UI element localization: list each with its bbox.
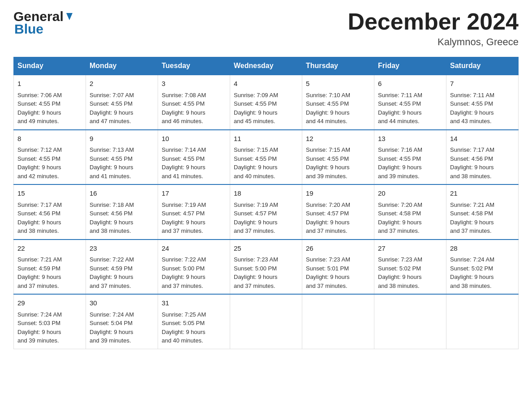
calendar-cell	[230, 294, 302, 349]
day-number: 14	[450, 134, 515, 144]
calendar-cell: 25Sunrise: 7:23 AMSunset: 5:00 PMDayligh…	[230, 240, 302, 295]
calendar-cell: 3Sunrise: 7:08 AMSunset: 4:55 PMDaylight…	[158, 75, 230, 130]
day-info: Sunrise: 7:24 AMSunset: 5:04 PMDaylight:…	[90, 310, 154, 345]
day-number: 4	[234, 79, 298, 89]
calendar-cell: 20Sunrise: 7:20 AMSunset: 4:58 PMDayligh…	[374, 184, 446, 240]
day-number: 16	[90, 188, 154, 199]
calendar-week-2: 8Sunrise: 7:12 AMSunset: 4:55 PMDaylight…	[14, 130, 519, 185]
calendar-cell: 29Sunrise: 7:24 AMSunset: 5:03 PMDayligh…	[14, 294, 86, 349]
day-number: 30	[90, 298, 154, 308]
day-number: 11	[234, 134, 298, 144]
day-info: Sunrise: 7:08 AMSunset: 4:55 PMDaylight:…	[162, 91, 226, 126]
day-number: 5	[306, 79, 370, 89]
weekday-header-monday: Monday	[86, 57, 158, 75]
weekday-header-saturday: Saturday	[446, 57, 519, 75]
day-info: Sunrise: 7:24 AMSunset: 5:03 PMDaylight:…	[17, 310, 82, 345]
day-number: 29	[17, 298, 82, 308]
day-info: Sunrise: 7:14 AMSunset: 4:55 PMDaylight:…	[162, 146, 226, 180]
calendar-week-1: 1Sunrise: 7:06 AMSunset: 4:55 PMDaylight…	[14, 75, 519, 130]
calendar-week-4: 22Sunrise: 7:21 AMSunset: 4:59 PMDayligh…	[14, 240, 519, 295]
calendar-cell: 10Sunrise: 7:14 AMSunset: 4:55 PMDayligh…	[158, 130, 230, 185]
day-info: Sunrise: 7:10 AMSunset: 4:55 PMDaylight:…	[306, 91, 370, 126]
day-number: 25	[234, 244, 298, 254]
day-number: 8	[17, 134, 82, 144]
day-number: 9	[90, 134, 154, 144]
day-info: Sunrise: 7:18 AMSunset: 4:56 PMDaylight:…	[90, 201, 154, 235]
day-number: 7	[450, 79, 515, 89]
day-number: 15	[17, 188, 82, 199]
calendar-cell: 12Sunrise: 7:15 AMSunset: 4:55 PMDayligh…	[302, 130, 374, 185]
calendar-cell: 5Sunrise: 7:10 AMSunset: 4:55 PMDaylight…	[302, 75, 374, 130]
day-info: Sunrise: 7:06 AMSunset: 4:55 PMDaylight:…	[17, 91, 82, 126]
calendar-week-3: 15Sunrise: 7:17 AMSunset: 4:56 PMDayligh…	[14, 184, 519, 240]
day-number: 26	[306, 244, 370, 254]
day-info: Sunrise: 7:21 AMSunset: 4:58 PMDaylight:…	[450, 201, 515, 235]
calendar-cell: 26Sunrise: 7:23 AMSunset: 5:01 PMDayligh…	[302, 240, 374, 295]
title-block: December 2024 Kalymnos, Greece	[348, 9, 519, 48]
calendar-cell: 17Sunrise: 7:19 AMSunset: 4:57 PMDayligh…	[158, 184, 230, 240]
calendar-cell: 31Sunrise: 7:25 AMSunset: 5:05 PMDayligh…	[158, 294, 230, 349]
calendar-cell: 6Sunrise: 7:11 AMSunset: 4:55 PMDaylight…	[374, 75, 446, 130]
weekday-header-tuesday: Tuesday	[158, 57, 230, 75]
day-info: Sunrise: 7:23 AMSunset: 5:02 PMDaylight:…	[378, 255, 442, 290]
day-info: Sunrise: 7:20 AMSunset: 4:58 PMDaylight:…	[378, 201, 442, 235]
day-info: Sunrise: 7:13 AMSunset: 4:55 PMDaylight:…	[90, 146, 154, 180]
calendar-cell: 1Sunrise: 7:06 AMSunset: 4:55 PMDaylight…	[14, 75, 86, 130]
calendar-cell: 7Sunrise: 7:11 AMSunset: 4:55 PMDaylight…	[446, 75, 519, 130]
day-info: Sunrise: 7:24 AMSunset: 5:02 PMDaylight:…	[450, 255, 515, 290]
calendar-cell: 23Sunrise: 7:22 AMSunset: 4:59 PMDayligh…	[86, 240, 158, 295]
page-header: General Blue December 2024 Kalymnos, Gre…	[13, 9, 519, 48]
calendar-cell: 24Sunrise: 7:22 AMSunset: 5:00 PMDayligh…	[158, 240, 230, 295]
calendar-cell: 30Sunrise: 7:24 AMSunset: 5:04 PMDayligh…	[86, 294, 158, 349]
day-number: 12	[306, 134, 370, 144]
day-info: Sunrise: 7:21 AMSunset: 4:59 PMDaylight:…	[17, 255, 82, 290]
calendar-cell: 15Sunrise: 7:17 AMSunset: 4:56 PMDayligh…	[14, 184, 86, 240]
day-info: Sunrise: 7:17 AMSunset: 4:56 PMDaylight:…	[450, 146, 515, 180]
calendar-cell: 27Sunrise: 7:23 AMSunset: 5:02 PMDayligh…	[374, 240, 446, 295]
weekday-header-thursday: Thursday	[302, 57, 374, 75]
calendar-cell: 4Sunrise: 7:09 AMSunset: 4:55 PMDaylight…	[230, 75, 302, 130]
day-number: 18	[234, 188, 298, 199]
day-number: 24	[162, 244, 226, 254]
day-number: 2	[90, 79, 154, 89]
calendar-header: SundayMondayTuesdayWednesdayThursdayFrid…	[14, 57, 519, 75]
calendar-cell: 16Sunrise: 7:18 AMSunset: 4:56 PMDayligh…	[86, 184, 158, 240]
calendar-week-5: 29Sunrise: 7:24 AMSunset: 5:03 PMDayligh…	[14, 294, 519, 349]
calendar-cell	[374, 294, 446, 349]
day-number: 21	[450, 188, 515, 199]
day-info: Sunrise: 7:15 AMSunset: 4:55 PMDaylight:…	[234, 146, 298, 180]
day-number: 3	[162, 79, 226, 89]
day-info: Sunrise: 7:20 AMSunset: 4:57 PMDaylight:…	[306, 201, 370, 235]
day-info: Sunrise: 7:22 AMSunset: 5:00 PMDaylight:…	[162, 255, 226, 290]
calendar-cell: 18Sunrise: 7:19 AMSunset: 4:57 PMDayligh…	[230, 184, 302, 240]
day-number: 19	[306, 188, 370, 199]
day-info: Sunrise: 7:25 AMSunset: 5:05 PMDaylight:…	[162, 310, 226, 345]
day-number: 6	[378, 79, 442, 89]
day-info: Sunrise: 7:22 AMSunset: 4:59 PMDaylight:…	[90, 255, 154, 290]
day-number: 23	[90, 244, 154, 254]
day-number: 22	[17, 244, 82, 254]
calendar-cell: 14Sunrise: 7:17 AMSunset: 4:56 PMDayligh…	[446, 130, 519, 185]
logo-arrow-icon	[64, 12, 74, 22]
day-info: Sunrise: 7:19 AMSunset: 4:57 PMDaylight:…	[234, 201, 298, 235]
calendar-cell: 28Sunrise: 7:24 AMSunset: 5:02 PMDayligh…	[446, 240, 519, 295]
logo-blue-text: Blue	[13, 21, 43, 37]
calendar-cell: 21Sunrise: 7:21 AMSunset: 4:58 PMDayligh…	[446, 184, 519, 240]
day-number: 27	[378, 244, 442, 254]
day-number: 10	[162, 134, 226, 144]
day-number: 28	[450, 244, 515, 254]
page-title: December 2024	[348, 9, 519, 34]
calendar-cell: 8Sunrise: 7:12 AMSunset: 4:55 PMDaylight…	[14, 130, 86, 185]
weekday-header-sunday: Sunday	[14, 57, 86, 75]
calendar-cell: 22Sunrise: 7:21 AMSunset: 4:59 PMDayligh…	[14, 240, 86, 295]
calendar-cell: 13Sunrise: 7:16 AMSunset: 4:55 PMDayligh…	[374, 130, 446, 185]
calendar-cell: 19Sunrise: 7:20 AMSunset: 4:57 PMDayligh…	[302, 184, 374, 240]
day-info: Sunrise: 7:09 AMSunset: 4:55 PMDaylight:…	[234, 91, 298, 126]
day-info: Sunrise: 7:12 AMSunset: 4:55 PMDaylight:…	[17, 146, 82, 180]
day-number: 17	[162, 188, 226, 199]
day-info: Sunrise: 7:23 AMSunset: 5:01 PMDaylight:…	[306, 255, 370, 290]
day-number: 31	[162, 298, 226, 308]
day-info: Sunrise: 7:11 AMSunset: 4:55 PMDaylight:…	[450, 91, 515, 126]
day-info: Sunrise: 7:07 AMSunset: 4:55 PMDaylight:…	[90, 91, 154, 126]
svg-marker-0	[66, 13, 73, 20]
